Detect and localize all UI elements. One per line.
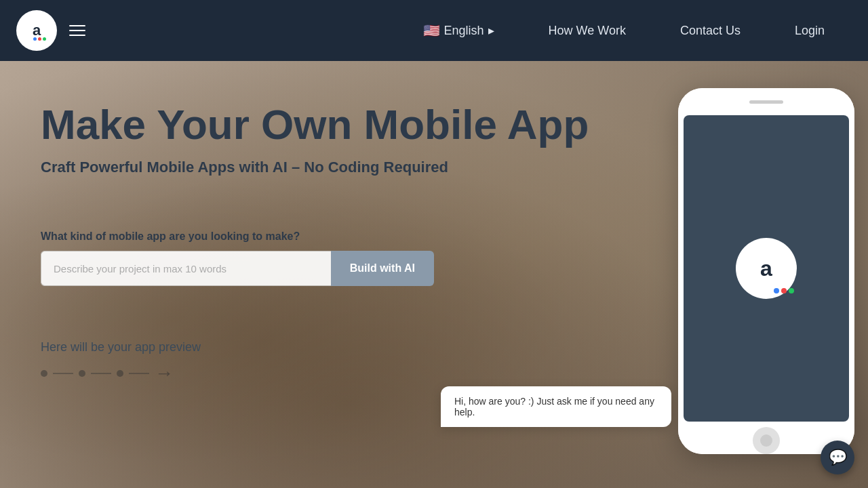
- arrow-dot-1: [41, 370, 47, 377]
- hero-title: Make Your Own Mobile App: [41, 102, 604, 148]
- phone-mockup: a: [678, 88, 854, 454]
- input-label: What kind of mobile app are you looking …: [41, 230, 604, 243]
- nav-login[interactable]: Login: [768, 24, 852, 38]
- logo[interactable]: a: [16, 10, 57, 51]
- build-with-ai-button[interactable]: Build with AI: [331, 251, 434, 286]
- preview-text: Here will be your app preview: [41, 340, 604, 354]
- arrow-dash-1: [53, 373, 73, 374]
- arrow-dot-2: [79, 370, 85, 377]
- phone-dot-red: [781, 288, 787, 293]
- nav-contact-us[interactable]: Contact Us: [653, 24, 768, 38]
- phone-dot-green: [789, 288, 794, 293]
- phone-top: [678, 88, 854, 115]
- logo-text: a: [33, 22, 41, 39]
- nav-how-we-work[interactable]: How We Work: [521, 24, 653, 38]
- navbar: a 🇺🇸 English ▸ How We Work Contact Us Lo…: [0, 0, 868, 61]
- language-label: English: [444, 24, 484, 38]
- language-arrow: ▸: [488, 23, 494, 38]
- phone-home-button[interactable]: [753, 427, 780, 454]
- hamburger-menu[interactable]: [69, 25, 85, 36]
- project-input[interactable]: [41, 251, 331, 286]
- phone-logo-text: a: [760, 256, 772, 281]
- phone-logo: a: [736, 238, 797, 299]
- chat-widget-button[interactable]: 💬: [821, 441, 854, 474]
- phone-home-inner: [760, 434, 772, 447]
- phone-logo-dots: [774, 288, 794, 293]
- arrow-dash-3: [129, 373, 149, 374]
- nav-links: 🇺🇸 English ▸ How We Work Contact Us Logi…: [396, 22, 852, 39]
- chat-bubble: Hi, how are you? :) Just ask me if you n…: [441, 386, 671, 427]
- logo-dot-blue: [33, 37, 37, 41]
- input-row: Build with AI: [41, 251, 434, 286]
- phone-dot-blue: [774, 288, 779, 293]
- arrow-dot-3: [117, 370, 123, 377]
- phone-screen: a: [684, 115, 849, 422]
- logo-dot-green: [43, 37, 46, 41]
- chat-icon: 💬: [829, 449, 847, 466]
- hero-subtitle: Craft Powerful Mobile Apps with AI – No …: [41, 159, 604, 176]
- arrow-row: →: [41, 363, 604, 384]
- flag-icon: 🇺🇸: [423, 22, 440, 39]
- logo-dot-red: [38, 37, 41, 41]
- arrow-dash-2: [91, 373, 111, 374]
- nav-language[interactable]: 🇺🇸 English ▸: [396, 22, 521, 39]
- phone-speaker: [749, 100, 783, 104]
- arrow-right-icon: →: [155, 363, 174, 384]
